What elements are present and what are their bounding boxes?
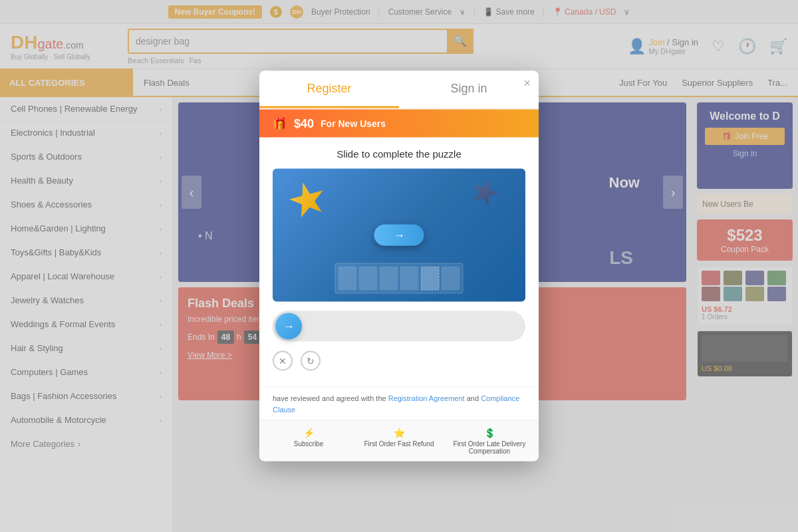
- gift-banner-icon: 🎁: [273, 116, 287, 131]
- register-modal: × Register Sign in 🎁 $40 For New Users S…: [259, 71, 539, 462]
- puzzle-image: →: [273, 169, 525, 302]
- tab-register[interactable]: Register: [259, 71, 399, 108]
- new-user-amount: $40: [294, 116, 314, 130]
- benefit-fast-refund: ⭐ First Order Fast Refund: [356, 428, 442, 455]
- tab-sign-in[interactable]: Sign in: [399, 71, 539, 108]
- refresh-puzzle-button[interactable]: ↻: [301, 351, 321, 371]
- agreement-text: have reviewed and agreed with the Regist…: [259, 387, 539, 420]
- fast-refund-label: First Order Fast Refund: [364, 440, 434, 448]
- slot-6: [442, 267, 460, 291]
- registration-agreement-link[interactable]: Registration Agreement: [388, 394, 465, 402]
- slot-2: [359, 267, 378, 291]
- close-puzzle-button[interactable]: ✕: [273, 351, 293, 371]
- agreement-prefix: have reviewed and agreed with the: [273, 394, 386, 402]
- gold-star-icon: [285, 178, 330, 222]
- puzzle-section: Slide to complete the puzzle → →: [259, 138, 539, 387]
- puzzle-controls: ✕ ↻: [273, 351, 525, 376]
- slider-track: →: [273, 311, 525, 342]
- slot-3: [380, 267, 398, 291]
- agreement-and: and: [467, 394, 481, 402]
- arrow-pill: →: [374, 225, 424, 246]
- late-delivery-label: First Order Late Delivery Compersation: [447, 440, 532, 455]
- slot-empty: [421, 267, 440, 291]
- puzzle-title: Slide to complete the puzzle: [273, 148, 525, 160]
- slot-4: [400, 267, 419, 291]
- subscribe-icon: ⚡: [303, 428, 315, 438]
- puzzle-slots: [335, 263, 464, 294]
- fast-refund-icon: ⭐: [394, 428, 405, 438]
- modal-close-button[interactable]: ×: [523, 76, 531, 90]
- benefit-subscribe: ⚡ Subscribe: [266, 428, 351, 455]
- late-delivery-icon: 💲: [484, 428, 495, 438]
- dark-star-icon: [467, 175, 503, 211]
- slider-button[interactable]: →: [275, 313, 302, 340]
- new-user-for-text: For New Users: [321, 118, 386, 129]
- benefits-bar: ⚡ Subscribe ⭐ First Order Fast Refund 💲 …: [259, 420, 539, 462]
- benefit-late-delivery: 💲 First Order Late Delivery Compersation: [447, 428, 532, 455]
- new-user-banner: 🎁 $40 For New Users: [259, 110, 539, 138]
- slot-1: [338, 267, 357, 291]
- subscribe-label: Subscribe: [294, 440, 323, 448]
- modal-tabs: Register Sign in: [259, 71, 539, 110]
